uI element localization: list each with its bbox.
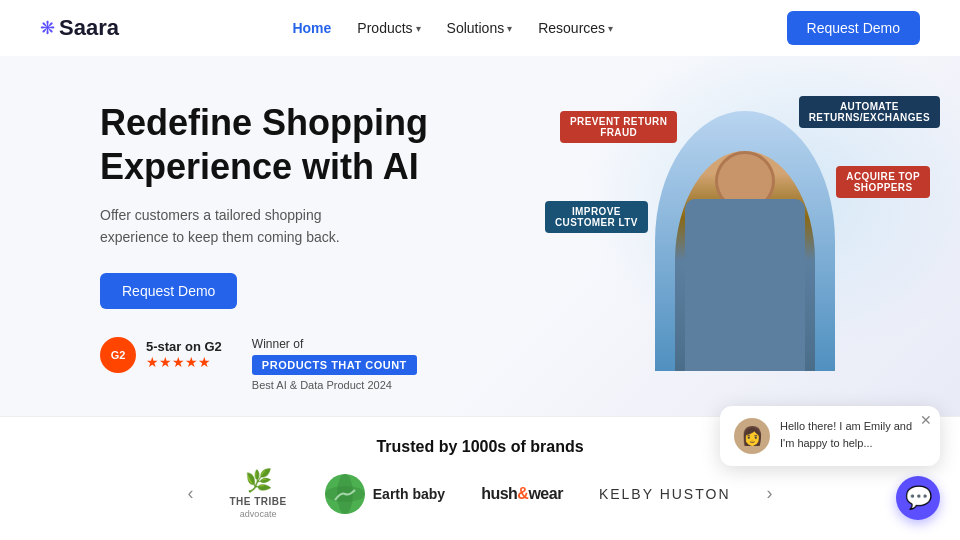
winner-sub: Best AI & Data Product 2024	[252, 379, 417, 391]
chevron-down-icon: ▾	[416, 23, 421, 34]
award-section: G2 5-star on G2 ★★★★★ Winner of Products…	[100, 337, 530, 391]
logo-icon: ❋	[40, 17, 55, 39]
hushwear-name: hush	[481, 485, 517, 502]
brand-the-tribe: 🌿 the tribe advocate	[229, 468, 286, 519]
tribe-name: the tribe	[229, 496, 286, 507]
person-illustration	[655, 111, 835, 371]
chevron-down-icon: ▾	[507, 23, 512, 34]
nav-links: Home Products ▾ Solutions ▾ Resources ▾	[282, 14, 623, 42]
tribe-sub: advocate	[240, 509, 277, 519]
prev-brand-button[interactable]: ‹	[187, 483, 193, 504]
g2-label: 5-star on G2	[146, 339, 222, 354]
chat-greeting: Hello there! I am Emily and I'm happy to…	[780, 418, 926, 451]
winner-block: Winner of Products That Count Best AI & …	[252, 337, 417, 391]
close-icon[interactable]: ✕	[920, 412, 932, 428]
chat-open-button[interactable]: 💬	[896, 476, 940, 520]
tribe-icon: 🌿	[245, 468, 272, 494]
chat-widget: 👩 Hello there! I am Emily and I'm happy …	[720, 406, 940, 520]
brand-hushwear: hush&wear	[481, 485, 563, 503]
logo-text: Saara	[59, 15, 119, 41]
logo[interactable]: ❋ Saara	[40, 15, 119, 41]
earth-baby-text: Earth baby	[373, 486, 445, 502]
brand-kelby-huston: KELBY HUSTON	[599, 486, 731, 502]
nav-request-demo-button[interactable]: Request Demo	[787, 11, 920, 45]
winner-badge: Products That Count	[252, 355, 417, 375]
nav-home[interactable]: Home	[282, 14, 341, 42]
winner-label: Winner of	[252, 337, 417, 351]
brand-earth-baby: Earth baby	[323, 472, 445, 516]
nav-solutions[interactable]: Solutions ▾	[437, 14, 523, 42]
hero-subtitle: Offer customers a tailored shopping expe…	[100, 204, 360, 249]
hero-section: Redefine Shopping Experience with AI Off…	[0, 56, 960, 416]
chat-avatar: 👩	[734, 418, 770, 454]
hero-right: Prevent ReturnFraud AutomateReturns/Exch…	[530, 56, 960, 416]
chevron-down-icon: ▾	[608, 23, 613, 34]
hushwear-amp: &	[517, 485, 528, 502]
trusted-title: Trusted by 1000s of brands	[376, 438, 583, 456]
g2-icon: G2	[100, 337, 136, 373]
earth-baby-icon	[323, 472, 367, 516]
hero-title: Redefine Shopping Experience with AI	[100, 101, 530, 187]
g2-stars: ★★★★★	[146, 354, 222, 370]
hushwear-ext: wear	[528, 485, 562, 502]
hero-request-demo-button[interactable]: Request Demo	[100, 273, 237, 309]
navbar: ❋ Saara Home Products ▾ Solutions ▾ Reso…	[0, 0, 960, 56]
g2-badge: G2 5-star on G2 ★★★★★	[100, 337, 222, 373]
nav-resources[interactable]: Resources ▾	[528, 14, 623, 42]
tag-improve-ltv: ImproveCustomer LTV	[545, 201, 648, 233]
chat-bubble: 👩 Hello there! I am Emily and I'm happy …	[720, 406, 940, 466]
hero-left: Redefine Shopping Experience with AI Off…	[0, 56, 530, 416]
brands-row: ‹ 🌿 the tribe advocate Earth baby	[187, 468, 772, 519]
nav-products[interactable]: Products ▾	[347, 14, 430, 42]
